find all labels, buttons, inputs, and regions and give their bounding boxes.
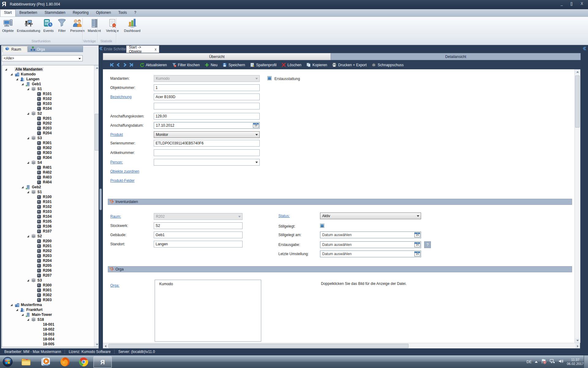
tree-item-r202[interactable]: R202: [2, 121, 94, 126]
form-scrollbar-thumb[interactable]: [575, 75, 580, 128]
tree-expander-icon[interactable]: [21, 82, 26, 86]
tree-item-r104[interactable]: R104: [2, 106, 94, 111]
tree-item-r301[interactable]: R301: [2, 140, 94, 145]
link-bezeichnung[interactable]: Bezeichnung: [110, 95, 131, 99]
tree-expander-icon[interactable]: [10, 303, 15, 306]
nav-first-icon[interactable]: [110, 63, 114, 67]
tree-item-r103[interactable]: R103: [2, 209, 94, 214]
tree-item-r402[interactable]: R402: [2, 170, 94, 175]
calendar-icon[interactable]: 15: [414, 232, 420, 237]
tree-item-r300[interactable]: R300: [2, 283, 94, 288]
tray-expand-icon[interactable]: [535, 361, 538, 363]
tree-item-kumodo[interactable]: Kumodo: [2, 72, 94, 77]
section-header-orga[interactable]: Orga: [108, 266, 572, 272]
tree-item-r303[interactable]: R303: [2, 150, 94, 155]
network-icon[interactable]: [549, 358, 555, 365]
tree-item-r301[interactable]: R301: [2, 288, 94, 293]
splitter-grip[interactable]: [100, 189, 102, 210]
input-gebaeude[interactable]: [154, 232, 243, 238]
tree-item-r203[interactable]: R203: [2, 253, 94, 258]
collapse-right-icon[interactable]: [582, 46, 586, 52]
toolbar-button-speichern[interactable]: Speichern: [222, 63, 245, 67]
menu-reporting[interactable]: Reporting: [69, 9, 92, 16]
menu--[interactable]: ?: [130, 9, 140, 16]
tree-item-r304[interactable]: R304: [2, 155, 94, 160]
tree-expander-icon[interactable]: [27, 87, 31, 90]
tree-expander-icon[interactable]: [27, 318, 31, 321]
input-artikelnummer[interactable]: [154, 149, 260, 156]
toolbar-button-löschen[interactable]: Löschen: [281, 63, 301, 67]
tree-item-geb2[interactable]: Geb2: [2, 185, 94, 190]
scroll-left-icon[interactable]: [105, 345, 106, 347]
tree-item-r101[interactable]: R101: [2, 199, 94, 204]
menu-optionen[interactable]: Optionen: [92, 9, 115, 16]
tree-item-frankfurt[interactable]: Frankfurt: [2, 307, 94, 312]
collapse-panel-icon[interactable]: [99, 46, 103, 52]
tree-expander-icon[interactable]: [21, 313, 26, 316]
ribbon-button-dashboard[interactable]: Dashboard: [123, 17, 142, 33]
tree-item-r102[interactable]: R102: [2, 96, 94, 101]
menu-bearbeiten[interactable]: Bearbeiten: [16, 9, 41, 16]
section-header-inventurdaten[interactable]: Inventurdaten: [108, 199, 572, 205]
tree-item-18-004[interactable]: 18-004: [2, 337, 94, 342]
scroll-down-icon[interactable]: [96, 344, 98, 345]
select-produkt[interactable]: Monitor: [154, 131, 260, 138]
tab-orga[interactable]: Orga: [28, 46, 83, 52]
calendar-icon[interactable]: 15: [414, 251, 420, 256]
input-stockwerk[interactable]: [154, 222, 243, 229]
tree-item-r204[interactable]: R204: [2, 131, 94, 136]
tree-item-s3[interactable]: S3: [2, 278, 94, 283]
taskbar-clock[interactable]: 11:37 06.02.2017: [567, 358, 584, 366]
input-seriennummer[interactable]: [154, 140, 260, 147]
toolbar-button-neu[interactable]: Neu: [205, 63, 217, 67]
calendar-icon[interactable]: 15: [414, 242, 420, 247]
tab-raum[interactable]: Raum: [2, 46, 28, 52]
link-raum[interactable]: Raum:: [110, 214, 121, 219]
link-produkt-felder[interactable]: Produkt-Felder: [110, 178, 134, 183]
tree-item-r404[interactable]: R404: [2, 180, 94, 185]
tree-expander-icon[interactable]: [5, 68, 9, 71]
tree-item-r203[interactable]: R203: [2, 126, 94, 131]
tree-item-r101[interactable]: R101: [2, 91, 94, 96]
tree-expander-icon[interactable]: [27, 235, 31, 238]
ribbon-button-mandant[interactable]: Mandant: [86, 17, 102, 33]
firefox-icon[interactable]: [60, 357, 70, 367]
tree-item-r204[interactable]: R204: [2, 258, 94, 263]
mandant-filter-select[interactable]: <Alle>: [2, 55, 83, 61]
tree-expander-icon[interactable]: [27, 190, 31, 194]
tree-item-geb1[interactable]: Geb1: [2, 82, 94, 86]
action-center-flag-icon[interactable]: [541, 358, 546, 365]
tree-item-r107[interactable]: R107: [2, 229, 94, 234]
tree-item-s4[interactable]: S4: [2, 160, 94, 165]
tree-item-18-001[interactable]: 18-001: [2, 322, 94, 327]
form-hscrollbar-thumb[interactable]: [108, 344, 409, 348]
scroll-up-icon[interactable]: [96, 67, 98, 69]
tree-item-r302[interactable]: R302: [2, 293, 94, 297]
tree-item-musterfirma[interactable]: Musterfirma: [2, 302, 94, 307]
ribbon-button-erstausstattung[interactable]: Erstausstattung: [15, 17, 42, 33]
tree-item-18-002[interactable]: 18-002: [2, 327, 94, 332]
date-field-erstausgabe[interactable]: Datum auswählen15: [320, 241, 421, 248]
view-detailansicht[interactable]: Detailansicht: [331, 53, 581, 60]
tree-item-main-tower[interactable]: Main-Tower: [2, 312, 94, 317]
tree-item-r201[interactable]: R201: [2, 116, 94, 121]
taskbar-rabbitinventory-button[interactable]: Я: [93, 356, 112, 368]
input-objektnummer[interactable]: [154, 84, 260, 91]
help-button[interactable]: ?: [424, 241, 431, 248]
tree-item-r105[interactable]: R105: [2, 219, 94, 224]
tree-item-r207[interactable]: R207: [2, 273, 94, 278]
ribbon-button-personen[interactable]: Personen: [69, 17, 86, 33]
checkbox-erstausstattung[interactable]: [267, 76, 272, 80]
ribbon-button-events[interactable]: Events: [42, 17, 55, 33]
tree-item-r206[interactable]: R206: [2, 268, 94, 273]
nav-next-icon[interactable]: [123, 63, 127, 67]
start-orb-icon[interactable]: [2, 357, 13, 367]
nav-prev-icon[interactable]: [116, 63, 121, 67]
ribbon-button-verträge[interactable]: Verträge: [104, 17, 120, 33]
toolbar-button-drucken-export[interactable]: Drucken + Export: [332, 63, 367, 67]
tree-expander-icon[interactable]: [16, 78, 20, 81]
tree-expander-icon[interactable]: [27, 112, 31, 115]
tree-expander-icon[interactable]: [27, 279, 31, 282]
tree-expander-icon[interactable]: [16, 308, 20, 311]
scroll-right-icon[interactable]: [577, 345, 579, 347]
